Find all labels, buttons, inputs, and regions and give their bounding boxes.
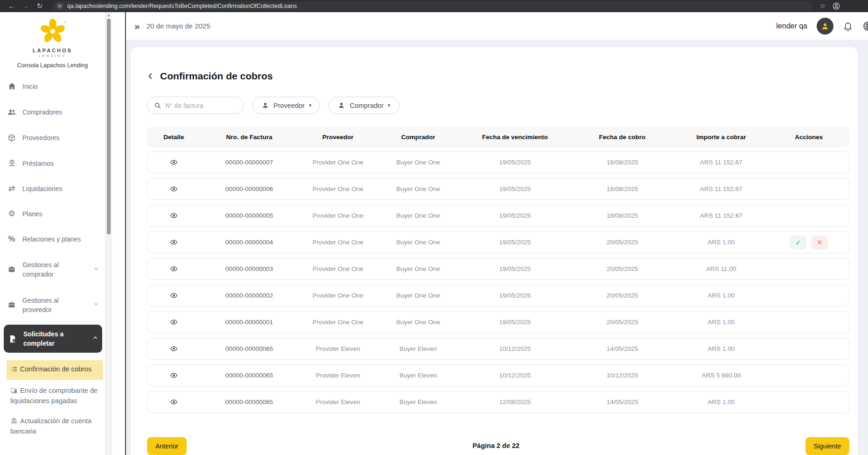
logo-sub-wordmark: LENDING bbox=[0, 54, 105, 57]
page-background: Confirmación de cobros Proveedor bbox=[126, 40, 868, 455]
buyer-name: Buyer One One bbox=[378, 292, 459, 299]
devices-icon bbox=[10, 387, 18, 397]
confirm-button[interactable]: ✓ bbox=[790, 235, 806, 249]
notifications-bell-icon[interactable] bbox=[843, 21, 853, 31]
provider-name: Provider One One bbox=[298, 239, 378, 246]
provider-filter-label: Proveedor bbox=[273, 102, 305, 109]
address-bar[interactable]: qa.lapachoslending.com/lender/RequestsTo… bbox=[52, 1, 813, 11]
sidebar-item-prestamos[interactable]: Préstamos bbox=[4, 152, 102, 174]
sidebar-item-gestiones-proveedor[interactable]: Gestiones al proveedor bbox=[4, 289, 102, 321]
provider-name: Provider One One bbox=[298, 265, 378, 272]
sidebar-scrollbar[interactable]: ▲ bbox=[105, 12, 112, 455]
buyer-name: Buyer One One bbox=[378, 159, 459, 166]
provider-filter-dropdown[interactable]: Proveedor ▾ bbox=[252, 97, 320, 114]
browser-back-icon[interactable]: ← bbox=[6, 0, 18, 12]
sidebar-item-solicitudes[interactable]: Solicitudes a completar bbox=[4, 325, 102, 353]
sidebar-collapse-icon[interactable]: » bbox=[131, 21, 144, 32]
view-detail-eye-icon[interactable] bbox=[170, 212, 178, 220]
view-detail-eye-icon[interactable] bbox=[170, 158, 178, 166]
previous-page-button[interactable]: Anterior bbox=[147, 437, 187, 455]
user-avatar[interactable] bbox=[817, 18, 833, 35]
browser-forward-icon[interactable]: → bbox=[20, 0, 32, 12]
sidebar-item-label: Gestiones al proveedor bbox=[22, 296, 78, 314]
pagination-bar: Anterior Página 2 de 22 Siguiente bbox=[147, 437, 849, 455]
invoice-number: 00000-00000065 bbox=[200, 372, 298, 379]
person-icon bbox=[337, 101, 345, 109]
bank-icon bbox=[10, 417, 18, 427]
invoice-search[interactable] bbox=[147, 97, 244, 114]
search-input[interactable] bbox=[165, 102, 231, 109]
sidebar-item-proveedores[interactable]: Proveedores bbox=[4, 127, 102, 149]
due-date: 12/08/2025 bbox=[459, 398, 571, 405]
site-info-icon[interactable] bbox=[56, 2, 63, 10]
buyer-name: Buyer One One bbox=[378, 212, 459, 219]
provider-name: Provider One One bbox=[298, 159, 378, 166]
sidebar-nav: Inicio Compradores Proveedores Préstamos… bbox=[0, 69, 105, 353]
due-date: 19/05/2025 bbox=[459, 265, 571, 272]
filters-bar: Proveedor ▾ Comprador ▾ bbox=[147, 97, 849, 114]
buyer-name: Buyer Eleven bbox=[378, 372, 459, 379]
col-header-factura: Nro. de Factura bbox=[200, 134, 298, 141]
provider-name: Provider Eleven bbox=[298, 372, 378, 379]
due-date: 19/05/2025 bbox=[459, 292, 571, 299]
scrollbar-up-arrow-icon[interactable]: ▲ bbox=[105, 12, 112, 17]
row-actions: ✓ ✕ bbox=[771, 235, 847, 249]
view-detail-eye-icon[interactable] bbox=[170, 398, 178, 406]
table-row: 00000-00000065 Provider Eleven Buyer Ele… bbox=[147, 338, 849, 360]
browser-profile-icon[interactable] bbox=[832, 2, 840, 10]
submenu-item-envio-comprobante[interactable]: Envío de comprobante de liquidaciones pa… bbox=[7, 382, 103, 410]
sidebar-item-label: Proveedores bbox=[22, 134, 59, 142]
percent-icon: % bbox=[8, 235, 15, 243]
sidebar-item-inicio[interactable]: Inicio bbox=[4, 75, 102, 97]
sidebar-item-compradores[interactable]: Compradores bbox=[4, 101, 102, 123]
view-detail-eye-icon[interactable] bbox=[170, 371, 178, 379]
main-card: Confirmación de cobros Proveedor bbox=[131, 47, 858, 455]
col-header-vencimiento: Fecha de vencimiento bbox=[459, 134, 571, 141]
next-page-button[interactable]: Siguiente bbox=[805, 437, 849, 455]
invoice-number: 00000-00000007 bbox=[200, 159, 298, 166]
invoice-number: 00000-00000003 bbox=[200, 265, 298, 272]
due-date: 10/12/2025 bbox=[459, 345, 571, 352]
language-globe-icon[interactable] bbox=[862, 21, 868, 32]
bookmark-star-icon[interactable]: ☆ bbox=[819, 2, 826, 10]
table-header-row: Detalle Nro. de Factura Proveedor Compra… bbox=[147, 127, 849, 147]
submenu-item-actualizacion-cuenta[interactable]: Actualización de cuenta bancaria bbox=[7, 412, 103, 441]
col-header-cobro: Fecha de cobro bbox=[571, 134, 673, 141]
view-detail-eye-icon[interactable] bbox=[170, 185, 178, 193]
buyer-name: Buyer Eleven bbox=[378, 345, 459, 352]
browser-reload-icon[interactable]: ↻ bbox=[34, 0, 46, 12]
due-date: 19/05/2025 bbox=[459, 239, 571, 246]
amount-to-collect: ARS 5 660.00 bbox=[673, 372, 769, 379]
view-detail-eye-icon[interactable] bbox=[170, 291, 178, 299]
buyer-name: Buyer One One bbox=[378, 239, 459, 246]
view-detail-eye-icon[interactable] bbox=[170, 238, 178, 246]
scrollbar-thumb[interactable] bbox=[107, 19, 111, 235]
back-chevron-icon[interactable] bbox=[147, 72, 154, 80]
invoice-number: 00000-00000006 bbox=[200, 185, 298, 192]
view-detail-eye-icon[interactable] bbox=[170, 265, 178, 273]
col-header-detalle: Detalle bbox=[147, 134, 200, 141]
collection-date: 10/12/2025 bbox=[571, 372, 673, 379]
invoices-table: Detalle Nro. de Factura Proveedor Compra… bbox=[147, 127, 849, 413]
table-row: 00000-00000007 Provider One One Buyer On… bbox=[147, 151, 849, 173]
submenu-item-label: Envío de comprobante de liquidaciones pa… bbox=[10, 387, 98, 405]
collection-date: 20/05/2025 bbox=[571, 292, 673, 299]
col-header-proveedor: Proveedor bbox=[298, 134, 378, 141]
sidebar-item-planes[interactable]: ⚙ Planes bbox=[4, 203, 102, 225]
submenu-item-confirmacion-cobros[interactable]: Confirmación de cobros bbox=[7, 360, 103, 380]
cube-icon bbox=[7, 134, 17, 142]
col-header-comprador: Comprador bbox=[378, 134, 459, 141]
view-detail-eye-icon[interactable] bbox=[170, 345, 178, 353]
sidebar-item-gestiones-comprador[interactable]: Gestiones al comprador bbox=[4, 254, 102, 285]
user-name: lender qa bbox=[776, 22, 807, 30]
sidebar-item-liquidaciones[interactable]: ⇄ Liquidaciones bbox=[4, 178, 102, 199]
current-date: 20 de mayo de 2025 bbox=[147, 22, 210, 30]
invoice-number: 00000-00000005 bbox=[200, 212, 298, 219]
buyer-filter-dropdown[interactable]: Comprador ▾ bbox=[329, 97, 399, 114]
reject-button[interactable]: ✕ bbox=[811, 235, 828, 249]
due-date: 19/05/2025 bbox=[459, 185, 571, 192]
view-detail-eye-icon[interactable] bbox=[170, 318, 178, 326]
amount-to-collect: ARS 1.00 bbox=[673, 239, 769, 246]
sidebar: ® LAPACHOS LENDING Consola Lapachos Lend… bbox=[0, 12, 105, 455]
sidebar-item-relaciones[interactable]: % Relaciones y planes bbox=[4, 228, 102, 250]
